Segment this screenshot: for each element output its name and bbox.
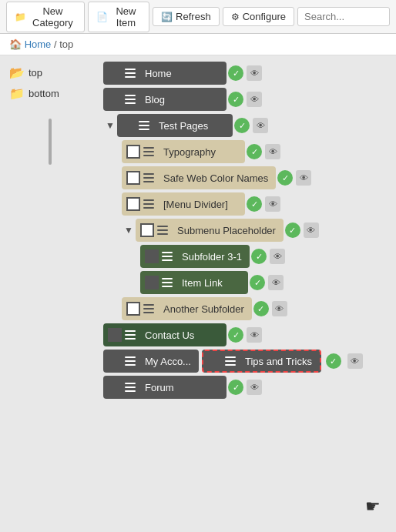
configure-button[interactable]: ⚙ Configure (223, 7, 294, 26)
eye-action-item-link[interactable]: 👁 (268, 275, 284, 290)
checkbox-safe-web[interactable] (126, 171, 140, 185)
checkbox-forum[interactable] (108, 380, 122, 394)
toolbar: 📁 New Category 📄 New Item 🔄 Refresh ⚙ Co… (0, 0, 396, 34)
menu-label-test-pages: Test Pages (154, 120, 230, 132)
eye-action-typography[interactable]: 👁 (265, 144, 280, 159)
breadcrumb-home-icon: 🏠 (9, 38, 22, 50)
toggle-test-pages[interactable]: ▼ (103, 119, 117, 132)
eye-action-another-subfolder[interactable]: 👁 (272, 301, 287, 316)
sidebar-label-bottom: bottom (29, 88, 59, 99)
lines-icon-home (123, 66, 137, 80)
eye-action-safe-web[interactable]: 👁 (296, 170, 311, 186)
new-item-button[interactable]: 📄 New Item (88, 2, 149, 32)
sidebar-label-top: top (29, 67, 42, 79)
eye-action-tips-tricks[interactable]: 👁 (347, 353, 363, 369)
check-action-home[interactable]: ✓ (228, 65, 243, 81)
check-action-menu-divider[interactable]: ✓ (247, 196, 262, 212)
checkbox-tips-tricks[interactable] (208, 354, 222, 368)
menu-label-my-account: My Acco... (140, 356, 196, 367)
lines-icon-tips-tricks (223, 354, 237, 368)
checkbox-subfolder-3-1[interactable] (145, 249, 159, 263)
eye-action-home[interactable]: 👁 (247, 65, 262, 81)
check-action-typography[interactable]: ✓ (247, 144, 262, 159)
menu-item-item-link[interactable]: Item Link (140, 271, 248, 294)
check-action-submenu-placeholder[interactable]: ✓ (285, 223, 300, 238)
menu-label-subfolder-3-1: Subfolder 3-1 (177, 251, 247, 263)
menu-item-another-subfolder[interactable]: Another Subfolder (122, 297, 252, 320)
tree-row-submenu-placeholder: ▼ Submenu Placeholder ✓ 👁 (122, 219, 390, 242)
eye-action-blog[interactable]: 👁 (247, 92, 262, 107)
search-input[interactable] (297, 7, 390, 26)
new-category-button[interactable]: 📁 New Category (6, 2, 85, 32)
menu-item-forum[interactable]: Forum (103, 376, 227, 399)
lines-icon-my-account (123, 354, 137, 368)
check-action-forum[interactable]: ✓ (228, 380, 243, 395)
check-action-test-pages[interactable]: ✓ (234, 118, 250, 133)
tree-row-safe-web: Safe Web Color Names ✓ 👁 (122, 166, 390, 189)
menu-label-blog: Blog (140, 94, 223, 105)
menu-item-safe-web[interactable]: Safe Web Color Names (122, 166, 276, 189)
eye-action-submenu-placeholder[interactable]: 👁 (304, 223, 319, 238)
menu-item-submenu-placeholder[interactable]: Submenu Placeholder (136, 219, 284, 242)
menu-item-blog[interactable]: Blog (103, 88, 227, 111)
main-content: 📂 top 📁 bottom Home ✓ 👁 (0, 55, 396, 517)
sidebar-item-bottom[interactable]: 📁 bottom (6, 84, 94, 103)
toggle-submenu-placeholder[interactable]: ▼ (122, 223, 136, 237)
tree-row-test-pages: ▼ Test Pages ✓ 👁 (103, 114, 390, 137)
menu-item-contact-us[interactable]: Contact Us (103, 323, 227, 346)
menu-label-another-subfolder: Another Subfolder (159, 303, 249, 315)
menu-label-safe-web: Safe Web Color Names (159, 172, 273, 184)
checkbox-contact-us[interactable] (108, 328, 122, 342)
menu-item-my-account[interactable]: My Acco... (103, 350, 199, 373)
configure-label: Configure (243, 11, 286, 22)
checkbox-submenu-placeholder[interactable] (140, 223, 154, 237)
configure-icon: ⚙ (231, 12, 240, 22)
lines-icon-submenu-placeholder (156, 223, 169, 237)
eye-action-menu-divider[interactable]: 👁 (265, 196, 280, 212)
lines-icon-blog (123, 92, 137, 106)
search-box (297, 7, 390, 26)
refresh-icon: 🔄 (161, 12, 173, 22)
sidebar-divider (49, 119, 52, 165)
new-item-icon: 📄 (96, 12, 108, 22)
check-action-item-link[interactable]: ✓ (250, 275, 265, 290)
checkbox-my-account[interactable] (108, 354, 122, 368)
checkbox-menu-divider[interactable] (126, 197, 140, 211)
checkbox-typography[interactable] (126, 145, 140, 159)
eye-action-test-pages[interactable]: 👁 (253, 118, 268, 133)
menu-item-subfolder-3-1[interactable]: Subfolder 3-1 (140, 245, 250, 268)
menu-label-submenu-placeholder: Submenu Placeholder (173, 225, 280, 236)
check-action-blog[interactable]: ✓ (228, 92, 243, 107)
folder-icon-top: 📂 (9, 65, 25, 80)
menu-label-contact-us: Contact Us (140, 330, 223, 341)
tree-row-menu-divider: [Menu Divider] ✓ 👁 (122, 192, 390, 216)
check-action-contact-us[interactable]: ✓ (228, 327, 243, 343)
refresh-label: Refresh (176, 11, 211, 22)
check-action-subfolder-3-1[interactable]: ✓ (251, 249, 267, 264)
menu-item-home[interactable]: Home (103, 62, 227, 85)
check-action-another-subfolder[interactable]: ✓ (253, 301, 269, 316)
checkbox-item-link[interactable] (145, 276, 159, 289)
breadcrumb-home-link[interactable]: Home (25, 38, 52, 50)
menu-label-typography: Typography (159, 146, 242, 158)
menu-item-typography[interactable]: Typography (122, 140, 245, 163)
menu-item-tips-tricks[interactable]: Tips and Tricks (202, 350, 321, 373)
menu-item-test-pages[interactable]: Test Pages (117, 114, 233, 137)
checkbox-home[interactable] (108, 66, 122, 80)
sidebar-item-top[interactable]: 📂 top (6, 63, 94, 82)
check-action-safe-web[interactable]: ✓ (277, 170, 293, 186)
checkbox-another-subfolder[interactable] (126, 302, 140, 316)
folder-icon-bottom: 📁 (9, 86, 25, 101)
checkbox-blog[interactable] (108, 92, 122, 106)
refresh-button[interactable]: 🔄 Refresh (153, 7, 220, 26)
sidebar: 📂 top 📁 bottom (0, 55, 100, 517)
check-action-tips-tricks[interactable]: ✓ (326, 353, 341, 369)
menu-item-menu-divider[interactable]: [Menu Divider] (122, 192, 245, 216)
tree-row-forum: Forum ✓ 👁 (103, 376, 390, 399)
eye-action-subfolder-3-1[interactable]: 👁 (270, 249, 285, 264)
lines-icon-contact-us (123, 328, 137, 342)
checkbox-test-pages[interactable] (122, 119, 136, 132)
lines-icon-typography (142, 145, 156, 159)
eye-action-forum[interactable]: 👁 (247, 380, 262, 395)
eye-action-contact-us[interactable]: 👁 (247, 327, 262, 343)
